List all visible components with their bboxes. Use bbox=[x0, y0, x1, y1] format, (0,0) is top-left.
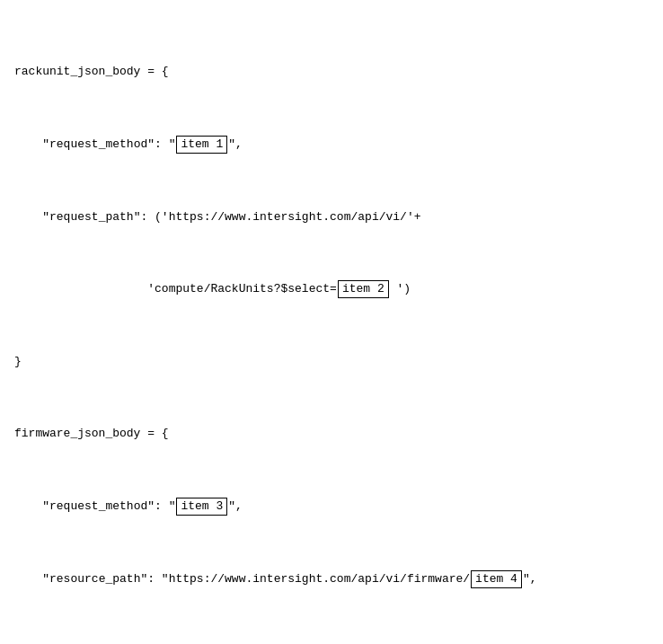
line-05-text: } bbox=[14, 355, 22, 368]
line-01-text: rackunit_json_body = { bbox=[14, 65, 169, 78]
line-04-post: ') bbox=[390, 282, 411, 296]
line-01: rackunit_json_body = { bbox=[14, 63, 649, 81]
code-container: rackunit_json_body = { "request_method":… bbox=[14, 9, 649, 644]
line-07: "request_method": "item 3", bbox=[14, 498, 649, 516]
line-04-pre: 'compute/RackUnits?$select= bbox=[14, 282, 337, 296]
line-06: firmware_json_body = { bbox=[14, 425, 649, 443]
item-1-box: item 1 bbox=[176, 136, 227, 154]
line-04: 'compute/RackUnits?$select=item 2 ') bbox=[14, 280, 649, 298]
line-08: "resource_path": "https://www.intersight… bbox=[14, 570, 649, 588]
line-03-text: "request_path": ('https://www.intersight… bbox=[14, 210, 421, 224]
line-07-pre: "request_method": " bbox=[14, 499, 175, 513]
line-08-post: ", bbox=[523, 572, 537, 586]
item-4-box: item 4 bbox=[471, 570, 522, 588]
line-02-post: ", bbox=[228, 137, 243, 151]
line-02-pre: "request_method": " bbox=[14, 137, 175, 151]
line-07-post: ", bbox=[228, 499, 243, 513]
line-03: "request_path": ('https://www.intersight… bbox=[14, 208, 649, 226]
item-2-box: item 2 bbox=[338, 280, 389, 298]
line-06-text: firmware_json_body = { bbox=[14, 427, 169, 440]
line-05: } bbox=[14, 353, 649, 371]
line-02: "request_method": "item 1", bbox=[14, 136, 649, 154]
line-08-pre: "resource_path": "https://www.intersight… bbox=[14, 572, 470, 586]
item-3-box: item 3 bbox=[176, 498, 227, 516]
